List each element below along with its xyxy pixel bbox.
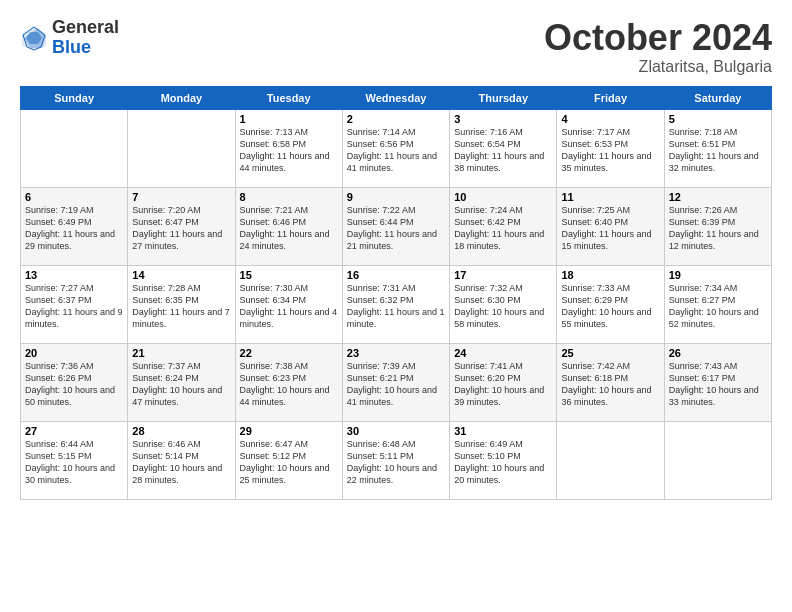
calendar-cell: 27Sunrise: 6:44 AMSunset: 5:15 PMDayligh…	[21, 421, 128, 499]
calendar-cell: 22Sunrise: 7:38 AMSunset: 6:23 PMDayligh…	[235, 343, 342, 421]
day-number: 2	[347, 113, 445, 125]
calendar-cell: 1Sunrise: 7:13 AMSunset: 6:58 PMDaylight…	[235, 109, 342, 187]
day-info: Sunrise: 7:38 AMSunset: 6:23 PMDaylight:…	[240, 361, 330, 407]
day-info: Sunrise: 6:49 AMSunset: 5:10 PMDaylight:…	[454, 439, 544, 485]
calendar-cell: 11Sunrise: 7:25 AMSunset: 6:40 PMDayligh…	[557, 187, 664, 265]
title-block: October 2024 Zlataritsa, Bulgaria	[544, 18, 772, 76]
day-number: 29	[240, 425, 338, 437]
day-info: Sunrise: 7:43 AMSunset: 6:17 PMDaylight:…	[669, 361, 759, 407]
calendar-cell: 6Sunrise: 7:19 AMSunset: 6:49 PMDaylight…	[21, 187, 128, 265]
day-number: 9	[347, 191, 445, 203]
calendar-cell: 9Sunrise: 7:22 AMSunset: 6:44 PMDaylight…	[342, 187, 449, 265]
day-info: Sunrise: 7:26 AMSunset: 6:39 PMDaylight:…	[669, 205, 759, 251]
day-info: Sunrise: 6:44 AMSunset: 5:15 PMDaylight:…	[25, 439, 115, 485]
calendar-cell: 19Sunrise: 7:34 AMSunset: 6:27 PMDayligh…	[664, 265, 771, 343]
day-number: 5	[669, 113, 767, 125]
calendar-cell: 4Sunrise: 7:17 AMSunset: 6:53 PMDaylight…	[557, 109, 664, 187]
day-number: 20	[25, 347, 123, 359]
logo-text: General Blue	[52, 18, 119, 58]
day-number: 16	[347, 269, 445, 281]
day-info: Sunrise: 7:30 AMSunset: 6:34 PMDaylight:…	[240, 283, 338, 329]
logo-icon	[20, 24, 48, 52]
day-info: Sunrise: 7:13 AMSunset: 6:58 PMDaylight:…	[240, 127, 330, 173]
calendar-cell: 13Sunrise: 7:27 AMSunset: 6:37 PMDayligh…	[21, 265, 128, 343]
calendar-cell: 2Sunrise: 7:14 AMSunset: 6:56 PMDaylight…	[342, 109, 449, 187]
calendar-cell	[557, 421, 664, 499]
calendar-week-row: 1Sunrise: 7:13 AMSunset: 6:58 PMDaylight…	[21, 109, 772, 187]
calendar-cell: 18Sunrise: 7:33 AMSunset: 6:29 PMDayligh…	[557, 265, 664, 343]
day-info: Sunrise: 7:16 AMSunset: 6:54 PMDaylight:…	[454, 127, 544, 173]
day-number: 15	[240, 269, 338, 281]
calendar-cell	[664, 421, 771, 499]
day-info: Sunrise: 6:46 AMSunset: 5:14 PMDaylight:…	[132, 439, 222, 485]
day-number: 12	[669, 191, 767, 203]
calendar-week-row: 27Sunrise: 6:44 AMSunset: 5:15 PMDayligh…	[21, 421, 772, 499]
day-number: 13	[25, 269, 123, 281]
day-number: 31	[454, 425, 552, 437]
day-number: 1	[240, 113, 338, 125]
day-number: 6	[25, 191, 123, 203]
calendar-cell: 10Sunrise: 7:24 AMSunset: 6:42 PMDayligh…	[450, 187, 557, 265]
day-number: 8	[240, 191, 338, 203]
day-info: Sunrise: 7:27 AMSunset: 6:37 PMDaylight:…	[25, 283, 123, 329]
calendar-cell: 3Sunrise: 7:16 AMSunset: 6:54 PMDaylight…	[450, 109, 557, 187]
weekday-header: Thursday	[450, 86, 557, 109]
day-info: Sunrise: 6:47 AMSunset: 5:12 PMDaylight:…	[240, 439, 330, 485]
calendar-cell	[128, 109, 235, 187]
calendar-cell: 24Sunrise: 7:41 AMSunset: 6:20 PMDayligh…	[450, 343, 557, 421]
calendar-cell: 5Sunrise: 7:18 AMSunset: 6:51 PMDaylight…	[664, 109, 771, 187]
weekday-header: Friday	[557, 86, 664, 109]
day-info: Sunrise: 7:33 AMSunset: 6:29 PMDaylight:…	[561, 283, 651, 329]
day-info: Sunrise: 7:37 AMSunset: 6:24 PMDaylight:…	[132, 361, 222, 407]
calendar-cell: 21Sunrise: 7:37 AMSunset: 6:24 PMDayligh…	[128, 343, 235, 421]
day-number: 22	[240, 347, 338, 359]
day-number: 21	[132, 347, 230, 359]
day-info: Sunrise: 7:28 AMSunset: 6:35 PMDaylight:…	[132, 283, 230, 329]
day-info: Sunrise: 7:34 AMSunset: 6:27 PMDaylight:…	[669, 283, 759, 329]
calendar-week-row: 20Sunrise: 7:36 AMSunset: 6:26 PMDayligh…	[21, 343, 772, 421]
day-number: 23	[347, 347, 445, 359]
day-number: 4	[561, 113, 659, 125]
day-info: Sunrise: 7:32 AMSunset: 6:30 PMDaylight:…	[454, 283, 544, 329]
calendar-week-row: 13Sunrise: 7:27 AMSunset: 6:37 PMDayligh…	[21, 265, 772, 343]
day-number: 17	[454, 269, 552, 281]
weekday-header: Tuesday	[235, 86, 342, 109]
day-info: Sunrise: 7:42 AMSunset: 6:18 PMDaylight:…	[561, 361, 651, 407]
calendar-cell: 31Sunrise: 6:49 AMSunset: 5:10 PMDayligh…	[450, 421, 557, 499]
day-info: Sunrise: 7:31 AMSunset: 6:32 PMDaylight:…	[347, 283, 445, 329]
calendar-cell: 30Sunrise: 6:48 AMSunset: 5:11 PMDayligh…	[342, 421, 449, 499]
day-info: Sunrise: 7:25 AMSunset: 6:40 PMDaylight:…	[561, 205, 651, 251]
day-info: Sunrise: 7:36 AMSunset: 6:26 PMDaylight:…	[25, 361, 115, 407]
day-number: 14	[132, 269, 230, 281]
calendar-cell: 28Sunrise: 6:46 AMSunset: 5:14 PMDayligh…	[128, 421, 235, 499]
day-number: 3	[454, 113, 552, 125]
day-info: Sunrise: 7:21 AMSunset: 6:46 PMDaylight:…	[240, 205, 330, 251]
weekday-header-row: SundayMondayTuesdayWednesdayThursdayFrid…	[21, 86, 772, 109]
logo: General Blue	[20, 18, 119, 58]
day-number: 30	[347, 425, 445, 437]
calendar-table: SundayMondayTuesdayWednesdayThursdayFrid…	[20, 86, 772, 500]
day-number: 25	[561, 347, 659, 359]
day-number: 27	[25, 425, 123, 437]
calendar-cell: 12Sunrise: 7:26 AMSunset: 6:39 PMDayligh…	[664, 187, 771, 265]
calendar-cell: 26Sunrise: 7:43 AMSunset: 6:17 PMDayligh…	[664, 343, 771, 421]
day-number: 24	[454, 347, 552, 359]
day-info: Sunrise: 7:41 AMSunset: 6:20 PMDaylight:…	[454, 361, 544, 407]
day-number: 11	[561, 191, 659, 203]
calendar-cell: 15Sunrise: 7:30 AMSunset: 6:34 PMDayligh…	[235, 265, 342, 343]
day-number: 19	[669, 269, 767, 281]
weekday-header: Sunday	[21, 86, 128, 109]
day-info: Sunrise: 7:20 AMSunset: 6:47 PMDaylight:…	[132, 205, 222, 251]
calendar-cell: 23Sunrise: 7:39 AMSunset: 6:21 PMDayligh…	[342, 343, 449, 421]
month-title: October 2024	[544, 18, 772, 58]
page-header: General Blue October 2024 Zlataritsa, Bu…	[20, 18, 772, 76]
calendar-cell: 25Sunrise: 7:42 AMSunset: 6:18 PMDayligh…	[557, 343, 664, 421]
calendar-cell: 16Sunrise: 7:31 AMSunset: 6:32 PMDayligh…	[342, 265, 449, 343]
calendar-cell: 20Sunrise: 7:36 AMSunset: 6:26 PMDayligh…	[21, 343, 128, 421]
calendar-cell: 8Sunrise: 7:21 AMSunset: 6:46 PMDaylight…	[235, 187, 342, 265]
weekday-header: Wednesday	[342, 86, 449, 109]
day-number: 10	[454, 191, 552, 203]
calendar-cell: 7Sunrise: 7:20 AMSunset: 6:47 PMDaylight…	[128, 187, 235, 265]
day-number: 28	[132, 425, 230, 437]
day-info: Sunrise: 7:39 AMSunset: 6:21 PMDaylight:…	[347, 361, 437, 407]
